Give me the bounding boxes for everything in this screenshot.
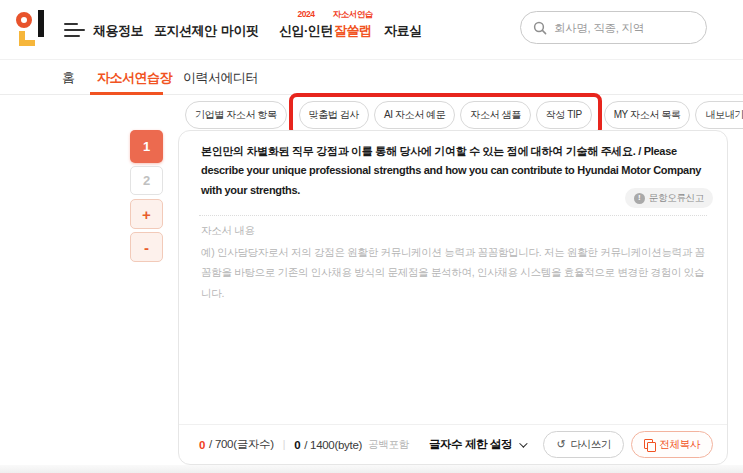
search-icon	[533, 21, 547, 35]
copy-icon	[644, 439, 654, 450]
subnav-item-resume-editor[interactable]: 이력서에디터	[183, 69, 258, 87]
byte-count-current: 0	[294, 439, 300, 451]
cover-letter-editor-card: 본인만의 차별화된 직무 강점과 이를 통해 당사에 기여할 수 있는 점에 대…	[178, 130, 728, 465]
nav-item-position-offer[interactable]: 포지션제안	[154, 22, 217, 40]
top-header: 채용정보 포지션제안 마이핏 2024 신입·인턴 자소서연습 잘쓸랩 자료실	[0, 0, 743, 60]
nav-item-newbie-intern[interactable]: 2024 신입·인턴	[279, 22, 333, 40]
char-limit-setting-dropdown[interactable]: 글자수 제한 설정	[429, 437, 525, 452]
nav-item-jobs[interactable]: 채용정보	[93, 22, 143, 40]
report-question-error-button[interactable]: ! 문항오류신고	[625, 188, 713, 208]
char-count-current: 0	[199, 439, 205, 451]
nav-badge-cover-letter-practice: 자소서연습	[333, 9, 373, 21]
active-tab-underline	[90, 92, 163, 95]
refresh-icon: ↺	[556, 439, 565, 450]
rewrite-button[interactable]: ↺ 다시쓰기	[543, 431, 624, 458]
counter-divider: |	[283, 439, 285, 450]
logo-ring-shape	[16, 12, 32, 28]
nav-badge-2024: 2024	[297, 9, 314, 19]
content-placeholder-label: 자소서 내용	[201, 224, 255, 238]
nav-item-resources[interactable]: 자료실	[384, 22, 422, 40]
ai-cover-letter-examples-button[interactable]: AI 자소서 예문	[374, 101, 455, 129]
my-cover-letter-list-button[interactable]: MY 자소서 목록	[604, 101, 691, 129]
writing-tip-button[interactable]: 작성 TIP	[536, 101, 592, 129]
editor-toolbar: 기업별 자소서 항목 맞춤법 검사 AI 자소서 예문 자소서 샘플 작성 TI…	[185, 97, 743, 133]
question-pager: 1 2 + -	[130, 130, 163, 265]
search-box[interactable]	[520, 11, 707, 44]
copy-all-button[interactable]: 전체복사	[631, 431, 713, 458]
subnav-item-home[interactable]: 홈	[62, 69, 75, 87]
logo-bar-shape	[38, 10, 44, 37]
info-icon: !	[634, 193, 645, 204]
char-count-limit: / 700(글자수)	[209, 437, 274, 452]
content-placeholder-example: 예) 인사담당자로서 저의 강점은 원활한 커뮤니케이션 능력과 꼼꼼함입니다.…	[201, 242, 707, 303]
remove-question-button[interactable]: -	[130, 232, 163, 262]
jalsseul-lab-cover-letter-practice-page: 채용정보 포지션제안 마이핏 2024 신입·인턴 자소서연습 잘쓸랩 자료실 …	[0, 0, 743, 473]
editor-footer: 0 / 700(글자수) | 0 / 1400(byte) 공백포함 글자수 제…	[179, 424, 727, 464]
sub-navigation: 홈 자소서연습장 이력서에디터	[0, 60, 743, 95]
company-cover-letter-items-button[interactable]: 기업별 자소서 항목	[185, 101, 287, 129]
nav-item-jalsseul-lab[interactable]: 자소서연습 잘쓸랩	[334, 22, 372, 40]
spell-check-button[interactable]: 맞춤법 검사	[299, 101, 369, 129]
cover-letter-samples-button[interactable]: 자소서 샘플	[460, 101, 530, 129]
export-button[interactable]: 내보내기	[695, 101, 743, 129]
cover-letter-textarea[interactable]: 자소서 내용 예) 인사담당자로서 저의 강점은 원활한 커뮤니케이션 능력과 …	[179, 216, 727, 424]
logo-l-shape	[19, 31, 35, 46]
byte-count-limit: / 1400(byte)	[304, 439, 362, 451]
add-question-button[interactable]: +	[130, 199, 163, 229]
search-input[interactable]	[554, 22, 684, 34]
chevron-down-icon	[519, 439, 527, 447]
incruit-logo[interactable]	[16, 10, 52, 50]
spaces-included-note: 공백포함	[368, 438, 409, 452]
subnav-item-cover-letter-practice[interactable]: 자소서연습장	[97, 69, 172, 87]
question-page-1-button[interactable]: 1	[130, 130, 163, 163]
character-counter: 0 / 700(글자수) | 0 / 1400(byte) 공백포함 글자수 제…	[199, 437, 525, 452]
page-bottom-edge	[0, 465, 743, 473]
question-page-2-button[interactable]: 2	[130, 166, 163, 195]
menu-icon[interactable]	[64, 23, 86, 39]
nav-item-myfit[interactable]: 마이핏	[221, 22, 259, 40]
footer-actions: ↺ 다시쓰기 전체복사	[543, 431, 713, 458]
